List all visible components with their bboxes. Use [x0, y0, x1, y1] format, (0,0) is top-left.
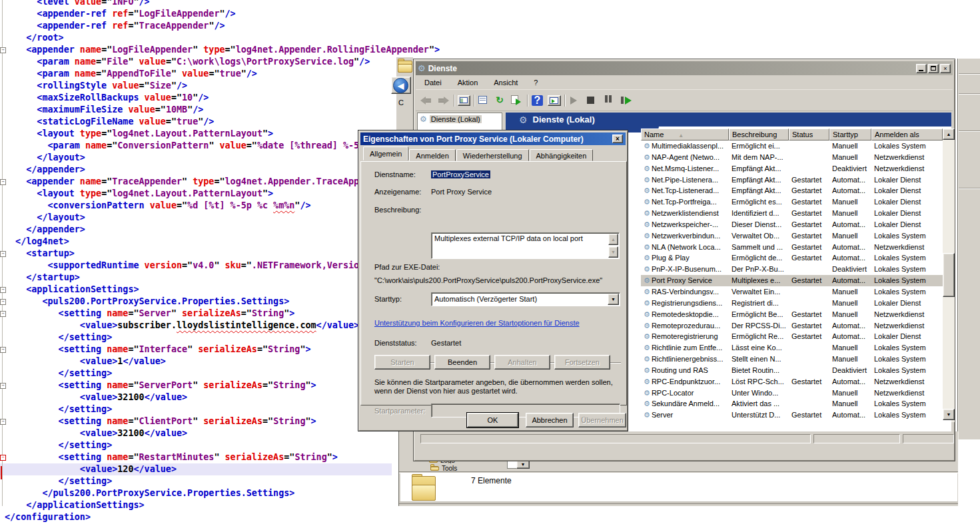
tab-allgemein[interactable]: Allgemein — [363, 146, 408, 160]
table-row[interactable]: ⚙NAP-Agent (Netwo...Mit dem NAP-...Manue… — [641, 152, 943, 163]
scrollbar-track[interactable] — [943, 140, 955, 422]
console-tree-icon[interactable] — [458, 95, 470, 106]
cell-starttyp: Automat... — [829, 174, 871, 186]
menu-item-?[interactable]: ? — [534, 79, 538, 87]
column-header-name[interactable]: Name▲ — [641, 129, 729, 140]
cell-status — [789, 388, 829, 399]
ok-button[interactable]: OK — [467, 413, 518, 427]
table-row[interactable]: ⚙Remoteprozedurau...Der RPCSS-Di...Gesta… — [641, 320, 943, 332]
table-row[interactable]: ⚙RAS-Verbindungsv...Verwaltet Ein...Manu… — [641, 286, 943, 298]
fold-toggle[interactable]: − — [0, 47, 6, 53]
cell-name: ⚙Multimediaklassenpl... — [641, 140, 729, 152]
table-row[interactable]: ⚙Net.Tcp-Portfreiga...Ermöglicht es...Ge… — [641, 196, 943, 208]
table-row[interactable]: ⚙Netzwerkspeicher-...Dieser Dienst...Ges… — [641, 219, 943, 230]
maximize-button[interactable] — [928, 64, 939, 73]
table-row[interactable]: ⚙RemoteregistrierungErmöglicht Re...Gest… — [641, 331, 943, 342]
table-row[interactable]: ⚙Registrierungsdiens...Registriert di...… — [641, 298, 943, 309]
combobox-dropdown-button[interactable]: ▼ — [608, 294, 619, 305]
table-row[interactable]: ⚙Net.Msmq-Listener...Empfängt Akt...Deak… — [641, 163, 943, 174]
fold-toggle[interactable]: − — [0, 251, 6, 257]
service-gear-icon: ⚙ — [644, 310, 650, 318]
fold-toggle[interactable]: − — [0, 179, 6, 185]
abbrechen-button[interactable]: Abbrechen — [526, 413, 574, 427]
starttyp-combobox[interactable]: Automatisch (Verzögerter Start) ▼ — [431, 292, 620, 306]
explorer-back-button[interactable]: ◀ — [391, 77, 411, 94]
close-button[interactable]: × — [940, 64, 951, 73]
tab-abhängigkeiten[interactable]: Abhängigkeiten — [530, 149, 594, 161]
services-window-title: Dienste — [428, 64, 457, 73]
table-row[interactable]: ⚙Sekundäre Anmeld...Aktiviert das ...Man… — [641, 398, 943, 409]
cell-anmelden: Netzwerkdienst — [871, 242, 943, 253]
cell-anmelden: Lokaler Dienst — [871, 208, 943, 219]
fold-toggle[interactable]: − — [0, 419, 6, 425]
fold-toggle[interactable]: − — [0, 287, 6, 293]
startoptions-help-link[interactable]: Unterstützung beim Konfigurieren der Sta… — [374, 319, 580, 327]
start-service-icon[interactable] — [570, 95, 582, 106]
beschreibung-textbox[interactable]: Multiplexes external TCP/IP data on loca… — [431, 232, 620, 259]
column-header-starttyp[interactable]: Starttyp — [829, 129, 871, 140]
pane-header-title: Dienste (Lokal) — [533, 115, 595, 125]
fold-toggle-changed[interactable]: − — [0, 455, 6, 461]
fold-toggle[interactable]: − — [0, 311, 6, 317]
restart-service-icon[interactable] — [620, 95, 632, 106]
scroll-up-button[interactable]: ▲ — [943, 129, 955, 140]
dialog-titlebar[interactable]: Eigenschaften von Port Proxy Service (Lo… — [360, 132, 626, 145]
refresh-icon[interactable]: ↻ — [494, 95, 506, 106]
scroll-down-button[interactable]: ▼ — [943, 409, 955, 420]
tree-item-label[interactable]: Tools — [442, 465, 462, 471]
tab-wiederherstellung[interactable]: Wiederherstellung — [456, 149, 529, 161]
table-row[interactable]: ⚙Routing und RASBietet Routin...Deaktivi… — [641, 365, 943, 376]
menu-item-ansicht[interactable]: Ansicht — [494, 79, 518, 87]
table-row[interactable]: ⚙Net.Tcp-Listenerad...Empfängt Akt...Ges… — [641, 185, 943, 196]
table-row[interactable]: ⚙Port Proxy ServiceMultiplexes e...Gesta… — [641, 275, 943, 286]
scrollbar-thumb[interactable] — [943, 253, 955, 297]
table-row[interactable]: ⚙Richtlinie zum Entfe...Lässt eine Ko...… — [641, 342, 943, 354]
table-row[interactable]: ⚙Remotedesktopdie...Ermöglicht Be...Gest… — [641, 309, 943, 320]
table-row[interactable]: ⚙RPC-LocatorUnter Windo...ManuellNetzwer… — [641, 388, 943, 399]
tree-item-dienste-lokal[interactable]: ⚙ Dienste (Lokal) — [418, 113, 502, 125]
extended-view-icon[interactable] — [548, 95, 561, 106]
fold-toggle[interactable]: − — [0, 347, 6, 353]
properties-icon[interactable] — [477, 95, 489, 106]
table-row[interactable]: ⚙Richtlinienergebniss...Stellt einen N..… — [641, 354, 943, 365]
menu-item-aktion[interactable]: Aktion — [458, 79, 478, 87]
help-icon[interactable]: ? — [532, 95, 543, 106]
textbox-scroll-up[interactable]: ▲ — [608, 234, 618, 245]
play-glyph — [570, 97, 577, 105]
pfad-value: "C:\work\ais\puls200.PortProxyService\pu… — [374, 276, 624, 284]
restart-bar — [621, 97, 624, 104]
table-row[interactable]: ⚙NLA (Network Loca...Sammelt und ...Gest… — [641, 242, 943, 253]
column-header-anmelden-als[interactable]: Anmelden als — [871, 129, 943, 140]
dialog-close-button[interactable]: × — [612, 134, 623, 143]
table-row[interactable]: ⚙Multimediaklassenpl...Ermöglicht ei...M… — [641, 140, 943, 152]
beenden-button[interactable]: Beenden — [434, 355, 490, 370]
table-row[interactable]: ⚙Net.Pipe-Listenera...Empfängt Akt...Ges… — [641, 174, 943, 186]
table-row[interactable]: ⚙Netzwerkverbindun...Verwaltet Ob...Gest… — [641, 230, 943, 242]
minimize-button[interactable] — [916, 64, 927, 73]
cell-anmelden: Lokaler Dienst — [871, 196, 943, 208]
cell-starttyp: Manuell — [829, 140, 871, 152]
service-gear-icon: ⚙ — [644, 265, 650, 273]
tab-anmelden[interactable]: Anmelden — [409, 149, 456, 161]
table-row[interactable]: ⚙Plug & PlayErmöglicht de...GestartetAut… — [641, 252, 943, 264]
menu-item-datei[interactable]: Datei — [424, 79, 442, 87]
forward-icon[interactable] — [437, 95, 449, 106]
fold-toggle[interactable]: − — [0, 383, 6, 389]
export-list-icon[interactable] — [510, 95, 522, 106]
table-row[interactable]: ⚙PnP-X-IP-Busenum...Der PnP-X-Bu...Deakt… — [641, 264, 943, 275]
column-header-status[interactable]: Status — [789, 129, 829, 140]
table-scrollbar[interactable]: ▲ ▼ — [943, 129, 955, 422]
cell-status — [789, 152, 829, 163]
table-row[interactable]: ⚙NetzwerklistendienstIdentifiziert d...G… — [641, 208, 943, 219]
back-icon[interactable] — [420, 95, 432, 106]
table-row[interactable]: ⚙ServerUnterstützt D...GestartetAutomat.… — [641, 409, 943, 420]
fold-toggle[interactable]: − — [0, 299, 6, 305]
table-row[interactable]: ⚙RPC-Endpunktzuor...Löst RPC-Sch...Gesta… — [641, 376, 943, 388]
folder-icon — [398, 59, 412, 73]
stop-service-icon[interactable] — [587, 95, 599, 106]
cell-starttyp: Automat... — [829, 376, 871, 388]
cell-beschreibung: Verwaltet Ein... — [729, 286, 789, 298]
column-header-beschreibung[interactable]: Beschreibung — [729, 129, 789, 140]
textbox-scroll-down[interactable]: ▼ — [608, 246, 618, 258]
services-titlebar[interactable]: ⚙ Dienste × — [416, 61, 953, 75]
